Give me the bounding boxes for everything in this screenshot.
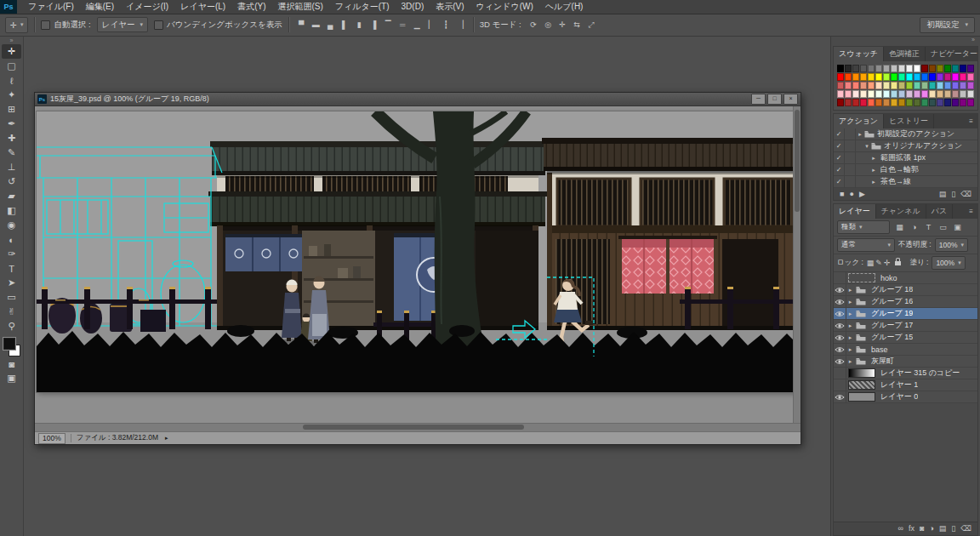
action-row[interactable]: ✓▸白色→輪郭 — [834, 164, 977, 176]
layer-name[interactable]: レイヤー 0 — [880, 391, 918, 402]
swatch[interactable] — [944, 73, 951, 81]
healing-brush-tool[interactable]: ✚ — [2, 131, 21, 145]
swatch[interactable] — [967, 99, 974, 106]
action-row[interactable]: ✓▸初期設定のアクション — [834, 128, 977, 140]
quick-mask-button[interactable]: ◙ — [2, 356, 21, 371]
auto-select-target-dropdown[interactable]: レイヤー ▾ — [97, 17, 148, 32]
swatches-tab[interactable]: スウォッチ — [834, 47, 884, 61]
collapse-toolbar-icon[interactable]: » — [10, 37, 14, 44]
swatch[interactable] — [845, 82, 852, 89]
swatch[interactable] — [967, 82, 974, 89]
swatch[interactable] — [852, 99, 859, 106]
tool-preset-picker[interactable]: ✛ ▾ — [5, 17, 28, 33]
align-left-edges[interactable]: ▌ — [339, 18, 351, 31]
swatch[interactable] — [891, 65, 897, 72]
swatch[interactable] — [960, 82, 966, 89]
add-layer-mask-icon[interactable]: ◙ — [920, 525, 924, 533]
blur-tool[interactable]: ◉ — [2, 218, 21, 232]
distribute-top-edges[interactable]: ▔ — [382, 18, 395, 31]
expander-icon[interactable]: ▸ — [856, 131, 864, 138]
action-row[interactable]: ✓▸範囲拡張 1px — [834, 152, 977, 164]
marquee-tool[interactable]: ▢ — [2, 59, 21, 73]
new-action-icon[interactable]: ▯ — [951, 191, 955, 198]
panel-menu-icon[interactable]: ≡ — [965, 208, 977, 215]
swatch[interactable] — [967, 73, 974, 81]
layer-visibility-toggle[interactable] — [834, 284, 846, 295]
history-brush-tool[interactable]: ↺ — [2, 174, 21, 189]
swatch[interactable] — [860, 99, 867, 106]
align-horizontal-centers[interactable]: ▮ — [353, 18, 366, 31]
swatch[interactable] — [837, 90, 844, 98]
zoom-field[interactable]: 100% — [38, 433, 66, 444]
swatch[interactable] — [944, 90, 951, 98]
swatch[interactable] — [891, 99, 897, 106]
swatch[interactable] — [952, 65, 959, 72]
layer-row[interactable]: ▸グループ 19 — [834, 308, 977, 320]
document-title-bar[interactable]: Ps 15灰屋_39.psd @ 100% (グループ 19, RGB/8) ─… — [35, 93, 801, 106]
layer-visibility-toggle[interactable] — [834, 296, 846, 307]
action-row[interactable]: ✓▾オリジナルアクション — [834, 140, 977, 152]
layer-thumbnail[interactable] — [848, 273, 875, 282]
filter-adjustment-icon[interactable]: ◑ — [908, 220, 920, 234]
layer-style-icon[interactable]: fx — [909, 525, 914, 533]
swatch[interactable] — [929, 90, 936, 98]
eraser-tool[interactable]: ▰ — [2, 189, 21, 203]
swatch[interactable] — [898, 73, 905, 81]
foreground-color-chip[interactable] — [3, 338, 15, 350]
swatch[interactable] — [960, 99, 966, 106]
maximize-button[interactable]: □ — [767, 94, 782, 105]
layer-row[interactable]: ▸グループ 16 — [834, 296, 977, 308]
swatch[interactable] — [868, 82, 875, 89]
layer-row[interactable]: レイヤー 0 — [834, 391, 977, 403]
swatch[interactable] — [906, 90, 913, 98]
crop-tool[interactable]: ⊞ — [2, 102, 21, 117]
expander-icon[interactable]: ▾ — [863, 143, 871, 150]
swatch[interactable] — [929, 73, 936, 81]
swatch[interactable] — [883, 65, 890, 72]
swatch[interactable] — [937, 65, 943, 72]
distribute-vertical-centers[interactable]: ═ — [396, 18, 409, 31]
action-check-toggle[interactable]: ✓ — [834, 140, 845, 151]
swatch[interactable] — [921, 73, 928, 81]
swatch[interactable] — [944, 82, 951, 89]
menu-item[interactable]: ファイル(F) — [22, 0, 80, 14]
swatch[interactable] — [929, 99, 936, 106]
action-check-toggle[interactable]: ✓ — [834, 176, 845, 187]
horizontal-scrollbar[interactable] — [35, 423, 801, 431]
app-logo[interactable]: Ps — [0, 0, 17, 14]
expander-icon[interactable]: ▸ — [869, 167, 878, 174]
lock-position-icon[interactable]: ✛ — [884, 259, 891, 267]
swatch[interactable] — [860, 90, 867, 98]
layer-row[interactable]: hoko — [834, 272, 977, 284]
layer-visibility-toggle[interactable] — [834, 308, 846, 319]
vertical-scroll-thumb[interactable] — [795, 110, 800, 212]
dialog-toggle[interactable] — [845, 152, 856, 163]
swatch[interactable] — [960, 65, 966, 72]
swatch[interactable] — [952, 73, 959, 81]
layer-row[interactable]: レイヤー 315 のコピー — [834, 368, 977, 379]
new-layer-icon[interactable]: ▯ — [951, 525, 955, 533]
swatch[interactable] — [921, 90, 928, 98]
expander-icon[interactable]: ▸ — [846, 346, 854, 353]
swatch[interactable] — [898, 90, 905, 98]
menu-item[interactable]: イメージ(I) — [120, 0, 174, 14]
swatch[interactable] — [914, 99, 920, 106]
swatch[interactable] — [883, 82, 890, 89]
dialog-toggle[interactable] — [845, 164, 856, 175]
swatch[interactable] — [944, 99, 951, 106]
dialog-toggle[interactable] — [845, 140, 856, 151]
3d-slide-icon[interactable]: ⇆ — [571, 18, 584, 31]
swatch[interactable] — [875, 82, 882, 89]
swatch[interactable] — [937, 82, 943, 89]
swatch[interactable] — [921, 82, 928, 89]
swatch[interactable] — [952, 99, 959, 106]
lasso-tool[interactable]: ℓ — [2, 73, 21, 88]
type-tool[interactable]: T — [2, 261, 21, 276]
swatch[interactable] — [875, 73, 882, 81]
menu-item[interactable]: 書式(Y) — [231, 0, 271, 14]
swatch[interactable] — [921, 99, 928, 106]
3d-scale-icon[interactable]: ⤢ — [585, 18, 598, 31]
lock-transparent-icon[interactable]: ▦ — [867, 259, 875, 267]
delete-action-icon[interactable]: ⌫ — [960, 191, 971, 198]
swatch[interactable] — [860, 73, 867, 81]
